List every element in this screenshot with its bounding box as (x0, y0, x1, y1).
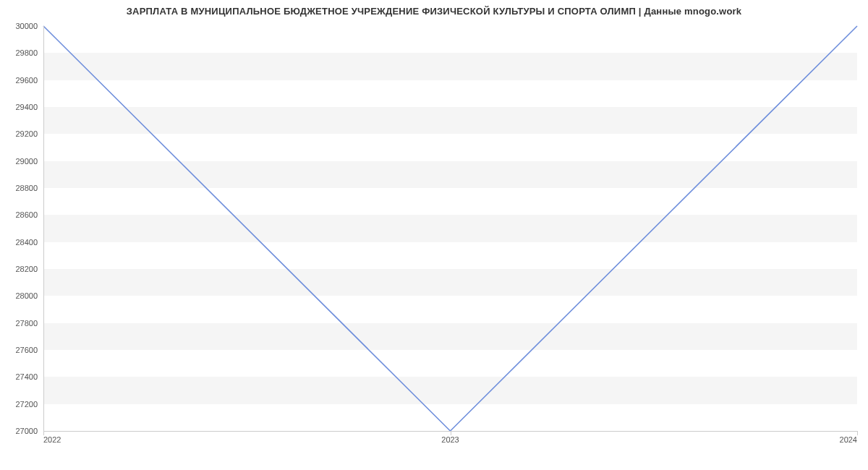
chart-title: ЗАРПЛАТА В МУНИЦИПАЛЬНОЕ БЮДЖЕТНОЕ УЧРЕЖ… (0, 6, 868, 17)
y-tick-label: 29400 (15, 103, 38, 111)
salary-line-chart: ЗАРПЛАТА В МУНИЦИПАЛЬНОЕ БЮДЖЕТНОЕ УЧРЕЖ… (0, 0, 868, 470)
y-tick-label: 30000 (15, 22, 38, 30)
y-tick-label: 29000 (15, 157, 38, 166)
plot-area: 2700027200274002760027800280002820028400… (43, 26, 857, 431)
series-line (43, 26, 857, 431)
y-tick-label: 28200 (15, 265, 38, 273)
y-tick-label: 27200 (15, 400, 38, 409)
y-tick-label: 28600 (15, 210, 38, 219)
y-tick-label: 27800 (15, 319, 38, 328)
x-tick-label: 2022 (43, 435, 61, 444)
line-series (43, 26, 857, 431)
y-tick-label: 28800 (15, 184, 38, 192)
x-tick-mark (857, 431, 858, 435)
y-tick-label: 29800 (15, 48, 38, 57)
y-tick-label: 27600 (15, 346, 38, 354)
y-tick-label: 29200 (15, 129, 38, 138)
x-tick-label: 2023 (441, 435, 459, 444)
y-axis-line (43, 26, 44, 431)
y-tick-label: 27400 (15, 372, 38, 381)
x-axis-line (43, 431, 857, 432)
y-tick-label: 28400 (15, 238, 38, 247)
y-tick-label: 27000 (15, 427, 38, 435)
y-tick-label: 28000 (15, 291, 38, 300)
y-tick-label: 29600 (15, 76, 38, 85)
x-tick-label: 2024 (840, 435, 857, 444)
